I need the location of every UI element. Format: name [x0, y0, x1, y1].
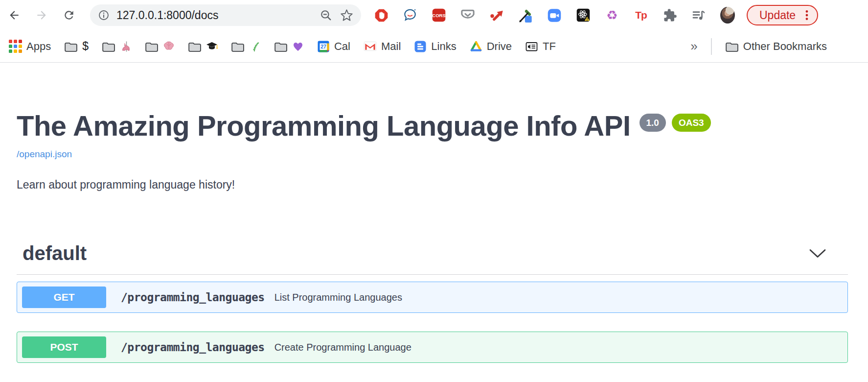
reload-icon[interactable] — [63, 9, 75, 22]
music-queue-icon[interactable] — [691, 8, 706, 23]
api-badges: 1.0 OAS3 — [640, 114, 711, 132]
bookmark-tf[interactable]: TF — [525, 40, 556, 53]
recycle-purple-icon[interactable]: ♻ — [605, 8, 619, 23]
apps-label: Apps — [26, 40, 51, 53]
bookmark-folder-dollar[interactable]: $ — [64, 40, 89, 53]
color-eyedropper-icon[interactable] — [518, 8, 533, 23]
update-label: Update — [759, 9, 796, 22]
bookmark-folder-carousel-horse[interactable] — [102, 41, 132, 52]
extension-row: CORS — [374, 8, 735, 23]
folder-icon — [188, 41, 202, 52]
update-button[interactable]: Update — [747, 5, 818, 25]
svg-text:27: 27 — [320, 44, 326, 49]
brain-icon — [163, 41, 175, 52]
links-list-icon — [414, 40, 427, 53]
herb-icon — [249, 41, 261, 52]
api-description: Learn about programming language history… — [17, 178, 848, 191]
endpoint-row-post[interactable]: POST /programming_languages Create Progr… — [17, 332, 848, 363]
calendar-label: Cal — [334, 40, 350, 53]
extensions-puzzle-icon[interactable] — [662, 8, 677, 23]
links-label: Links — [431, 40, 456, 53]
endpoint-path: /programming_languages — [121, 341, 265, 354]
page-title: The Amazing Programming Language Info AP… — [17, 108, 631, 144]
back-icon[interactable] — [8, 9, 21, 22]
tag-section-default: default GET /programming_languages List … — [17, 242, 848, 363]
pocket-icon[interactable] — [460, 8, 475, 23]
folder-icon — [274, 41, 288, 52]
other-bookmarks[interactable]: Other Bookmarks — [725, 40, 827, 53]
url-text[interactable]: 127.0.0.1:8000/docs — [116, 9, 312, 22]
bookmarks-divider — [711, 38, 712, 55]
bookmark-folder-purple-heart[interactable] — [274, 41, 304, 52]
folder-icon — [145, 41, 159, 52]
browser-toolbar: 127.0.0.1:8000/docs COR — [0, 0, 868, 30]
chat-bubble-icon[interactable] — [403, 8, 417, 23]
folder-icon — [64, 41, 78, 52]
forward-icon[interactable] — [35, 9, 48, 22]
apps-grid-icon — [9, 40, 22, 53]
apps-shortcut[interactable]: Apps — [9, 40, 51, 53]
tf-label: TF — [543, 40, 556, 53]
http-method-badge: GET — [22, 286, 106, 308]
endpoint-path: /programming_languages — [121, 291, 265, 304]
tag-title: default — [23, 242, 87, 264]
bookmark-folder-graduation[interactable] — [188, 41, 218, 52]
calendar-icon: 27 — [317, 40, 330, 53]
react-devtools-icon[interactable] — [576, 8, 591, 23]
drive-label: Drive — [487, 40, 512, 53]
purple-heart-icon — [292, 41, 304, 52]
svg-text:CORS: CORS — [432, 13, 445, 18]
carousel-horse-icon — [120, 41, 132, 52]
bookmark-links[interactable]: Links — [414, 40, 456, 53]
profile-avatar[interactable] — [720, 8, 735, 23]
gmail-icon — [364, 41, 377, 51]
bookmark-folder-brain[interactable] — [145, 41, 175, 52]
api-title-row: The Amazing Programming Language Info AP… — [17, 108, 848, 144]
dollar-glyph: $ — [82, 40, 89, 53]
site-info-icon[interactable] — [98, 9, 110, 21]
tp-letters-icon[interactable]: Tp — [634, 8, 648, 23]
folder-icon — [231, 41, 245, 52]
graduation-cap-icon — [206, 41, 218, 52]
bookmarks-bar: Apps $ — [0, 30, 868, 63]
folder-icon — [102, 41, 115, 52]
bookmarks-overflow-chevron[interactable]: » — [690, 39, 697, 54]
collapse-chevron-icon[interactable] — [809, 249, 826, 259]
bookmark-drive[interactable]: Drive — [470, 40, 512, 53]
swagger-page: The Amazing Programming Language Info AP… — [0, 108, 868, 363]
bookmark-calendar[interactable]: 27 Cal — [317, 40, 350, 53]
openapi-spec-link[interactable]: /openapi.json — [17, 149, 72, 160]
zoom-video-camera-icon[interactable] — [547, 8, 562, 23]
bookmark-folder-herb[interactable] — [231, 41, 261, 52]
tag-header[interactable]: default — [17, 242, 848, 275]
endpoint-summary: Create Programming Language — [274, 342, 411, 353]
address-bar[interactable]: 127.0.0.1:8000/docs — [90, 4, 361, 26]
drive-icon — [470, 41, 482, 52]
gmail-label: Mail — [381, 40, 401, 53]
http-method-badge: POST — [22, 336, 106, 358]
endpoint-summary: List Programming Languages — [274, 292, 402, 303]
folder-icon — [725, 41, 739, 52]
cors-badge-icon[interactable]: CORS — [432, 8, 446, 23]
endpoint-row-get[interactable]: GET /programming_languages List Programm… — [17, 282, 848, 313]
announcement-card-icon — [525, 41, 538, 52]
zoom-out-icon[interactable] — [320, 9, 332, 22]
bookmark-gmail[interactable]: Mail — [364, 40, 401, 53]
oas3-badge: OAS3 — [672, 114, 711, 132]
adblock-hand-icon[interactable] — [374, 8, 388, 23]
browser-menu-dots-icon[interactable] — [800, 9, 813, 22]
redirect-arrow-icon[interactable] — [489, 8, 504, 23]
version-badge: 1.0 — [640, 114, 666, 132]
bookmark-star-icon[interactable] — [340, 9, 353, 22]
other-bookmarks-label: Other Bookmarks — [743, 40, 827, 53]
